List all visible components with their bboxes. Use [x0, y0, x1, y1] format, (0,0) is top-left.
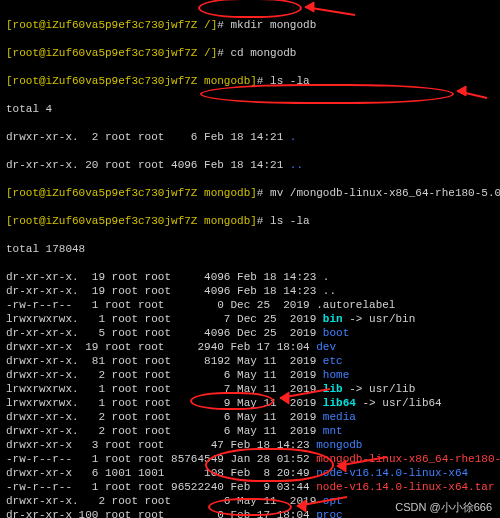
- annotation-circle: [200, 84, 454, 104]
- annotation-arrow: [300, 0, 360, 20]
- annotation-arrow: [452, 84, 492, 102]
- annotation-circle: [198, 0, 302, 18]
- svg-marker-3: [457, 86, 466, 96]
- prompt-line[interactable]: [root@iZuf60va5p9ef3c730jwf7Z mongodb]# …: [6, 214, 494, 228]
- annotation-circle: [205, 448, 334, 482]
- listing-row: lrwxrwxrwx. 1 root root 7 Dec 25 2019 bi…: [6, 312, 494, 326]
- listing-row: -rw-r--r-- 1 root root 0 Dec 25 2019 .au…: [6, 298, 494, 312]
- listing-row: drwxr-xr-x. 2 root root 6 May 11 2019 me…: [6, 410, 494, 424]
- listing-row: -rw-r--r-- 1 root root 96522240 Feb 9 03…: [6, 480, 494, 494]
- output-line: drwxr-xr-x. 2 root root 6 Feb 18 14:21 .: [6, 130, 494, 144]
- terminal: [root@iZuf60va5p9ef3c730jwf7Z /]# mkdir …: [0, 0, 500, 518]
- output-line: dr-xr-xr-x. 20 root root 4096 Feb 18 14:…: [6, 158, 494, 172]
- listing-row: drwxr-xr-x 19 root root 2940 Feb 17 18:0…: [6, 340, 494, 354]
- output-line: total 4: [6, 102, 494, 116]
- listing-row: dr-xr-xr-x. 19 root root 4096 Feb 18 14:…: [6, 270, 494, 284]
- annotation-arrow: [275, 386, 335, 406]
- listing-row: dr-xr-xr-x. 5 root root 4096 Dec 25 2019…: [6, 326, 494, 340]
- listing-row: drwxr-xr-x. 81 root root 8192 May 11 201…: [6, 354, 494, 368]
- prompt-line[interactable]: [root@iZuf60va5p9ef3c730jwf7Z /]# mkdir …: [6, 18, 494, 32]
- svg-marker-7: [337, 460, 346, 472]
- annotation-arrow: [292, 494, 352, 514]
- svg-marker-9: [297, 500, 306, 512]
- annotation-arrow: [332, 454, 392, 474]
- prompt-line[interactable]: [root@iZuf60va5p9ef3c730jwf7Z /]# cd mon…: [6, 46, 494, 60]
- svg-marker-5: [280, 392, 289, 404]
- annotation-circle: [208, 498, 292, 516]
- listing-row: drwxr-xr-x. 2 root root 6 May 11 2019 ho…: [6, 368, 494, 382]
- svg-marker-1: [305, 2, 314, 12]
- watermark: CSDN @小小徐666: [395, 500, 492, 514]
- prompt-line[interactable]: [root@iZuf60va5p9ef3c730jwf7Z mongodb]# …: [6, 186, 494, 200]
- listing-row: drwxr-xr-x. 2 root root 6 May 11 2019 mn…: [6, 424, 494, 438]
- annotation-circle: [190, 392, 274, 410]
- output-line: total 178048: [6, 242, 494, 256]
- listing-row: dr-xr-xr-x. 19 root root 4096 Feb 18 14:…: [6, 284, 494, 298]
